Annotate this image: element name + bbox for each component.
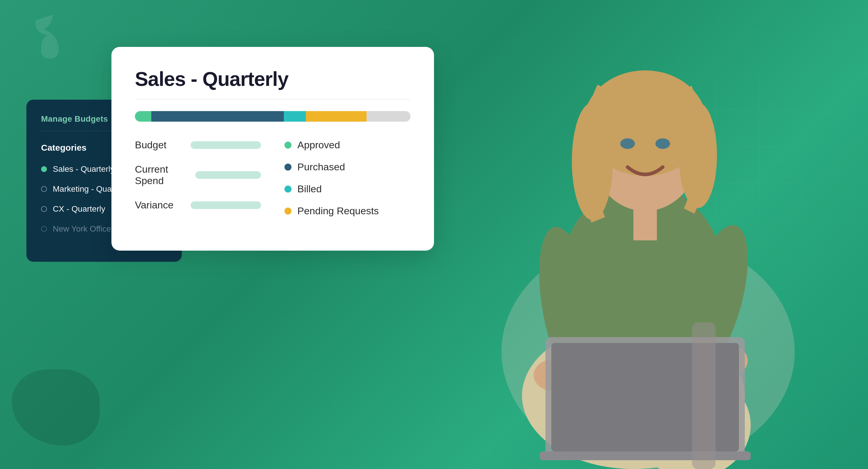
woman-photo [428,0,868,469]
legend-label-approved: Approved [297,139,340,151]
svg-rect-24 [633,205,657,240]
svg-point-23 [655,138,670,149]
sidebar-item-text-sales: Sales - Quarterly [53,164,114,174]
metric-bar-budget [191,141,261,149]
progress-segment-billed [284,111,306,122]
legend-dot-billed [284,186,291,193]
sidebar-dot-outline-dim [41,226,47,232]
legend-label-pending: Pending Requests [297,205,379,217]
metric-bar-current-spend [195,171,261,179]
card-divider [135,99,410,99]
sidebar-dot-outline-cx [41,206,47,212]
legend-item-approved: Approved [284,139,410,151]
main-card: Sales - Quarterly Budget Current Spend V… [112,47,434,251]
legend-dot-pending [284,208,291,215]
legend-item-pending: Pending Requests [284,205,410,217]
metric-label-variance: Variance [135,199,174,211]
progress-bar [135,111,410,122]
progress-segment-approved [135,111,151,122]
legend-label-purchased: Purchased [297,161,345,173]
metric-label-budget: Budget [135,139,166,151]
metric-label-current-spend: Current Spend [135,163,195,186]
sidebar-item-text-newyork: New York Office [53,224,111,233]
svg-rect-17 [539,451,751,460]
card-legend: Approved Purchased Billed Pending Reques… [284,139,410,227]
metric-row-budget: Budget [135,139,261,151]
card-content: Budget Current Spend Variance Approved P… [135,139,410,227]
decorative-quote [29,15,76,62]
card-title: Sales - Quarterly [135,67,410,90]
legend-item-purchased: Purchased [284,161,410,173]
sidebar-dot-filled [41,166,47,172]
svg-point-22 [620,138,635,149]
card-metrics: Budget Current Spend Variance [135,139,261,227]
legend-dot-purchased [284,163,291,170]
legend-dot-approved [284,142,291,149]
legend-label-billed: Billed [297,183,322,195]
sidebar-dot-outline-marketing [41,186,47,192]
metric-row-variance: Variance [135,199,261,211]
legend-item-billed: Billed [284,183,410,195]
metric-row-current-spend: Current Spend [135,163,261,186]
sidebar-item-text-cx: CX - Quarterly [53,204,105,214]
svg-rect-25 [692,322,715,469]
progress-segment-pending [306,111,367,122]
progress-segment-remaining [367,111,410,122]
progress-segment-purchased [151,111,284,122]
metric-bar-variance [191,201,261,209]
